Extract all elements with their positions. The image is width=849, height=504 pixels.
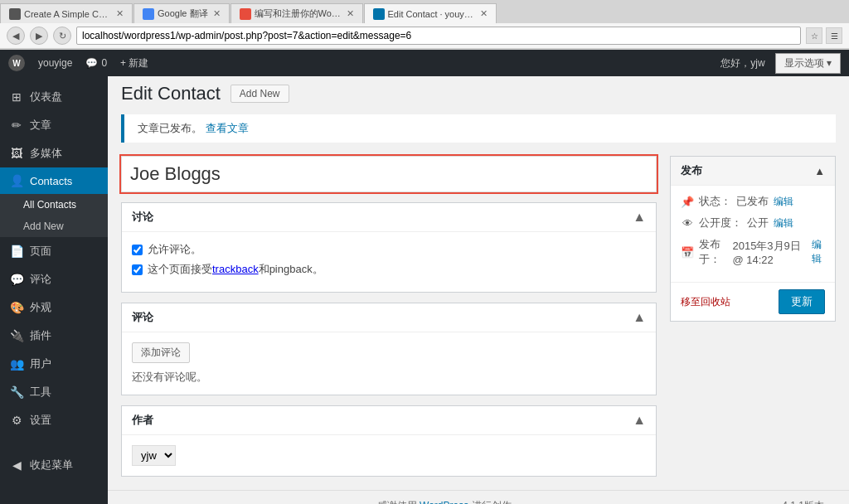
sidebar-item-comments[interactable]: 💬 评论	[0, 265, 108, 293]
tab-3[interactable]: 编写和注册你的WordPre... ✕	[230, 3, 363, 23]
sidebar-label-plugins: 插件	[30, 328, 51, 343]
sidebar-item-plugins[interactable]: 🔌 插件	[0, 322, 108, 350]
visibility-edit-link[interactable]: 编辑	[774, 216, 793, 230]
visibility-label: 公开度：	[699, 216, 742, 230]
tab-2[interactable]: Google 翻译 ✕	[133, 3, 230, 23]
comments-item[interactable]: 💬 0	[85, 57, 107, 69]
bookmark-icon[interactable]: ☆	[806, 27, 822, 44]
tab-favicon-3	[240, 8, 251, 20]
tab-title-3: 编写和注册你的WordPre...	[255, 7, 342, 20]
allow-trackbacks-label: 这个页面接受trackback和pingback。	[148, 262, 323, 277]
allow-comments-checkbox[interactable]	[132, 245, 143, 255]
trackback-link[interactable]: trackback	[212, 263, 259, 275]
wp-admin-bar: W youyige 💬 0 + 新建 您好，yjw 显示选项 ▾	[0, 50, 849, 76]
new-label: + 新建	[120, 56, 148, 70]
sidebar-item-posts[interactable]: ✏ 文章	[0, 111, 108, 139]
date-value: 2015年3月9日 @ 14:22	[732, 239, 807, 266]
status-icon: 📌	[681, 196, 694, 208]
tab-4[interactable]: Edit Contact · youyige — ✕	[364, 3, 497, 23]
tab-close-2[interactable]: ✕	[213, 8, 221, 19]
date-row: 📅 发布于： 2015年3月9日 @ 14:22 编辑	[681, 237, 825, 267]
move-trash-link[interactable]: 移至回收站	[681, 295, 730, 309]
collapse-icon: ◀	[10, 458, 23, 472]
post-title-input[interactable]	[121, 156, 657, 192]
comments-metabox-title: 评论	[132, 310, 153, 325]
author-metabox-body: yjw	[122, 435, 656, 476]
address-bar: ◀ ▶ ↻ ☆ ☰	[0, 23, 849, 49]
sidebar-item-pages[interactable]: 📄 页面	[0, 237, 108, 265]
tab-favicon-1	[9, 8, 21, 20]
wp-logo-item[interactable]: W	[8, 55, 25, 71]
allow-trackbacks-checkbox[interactable]	[132, 264, 143, 275]
display-options-button[interactable]: 显示选项 ▾	[775, 53, 841, 74]
dashboard-icon: ⊞	[10, 90, 23, 104]
publish-metabox-body: 📌 状态： 已发布 编辑 👁 公开度： 公开 编辑 📅	[671, 186, 835, 282]
allow-comments-row: 允许评论。	[132, 242, 646, 257]
admin-bar-right: 您好，yjw 显示选项 ▾	[720, 53, 841, 74]
sidebar-item-media[interactable]: 🖼 多媒体	[0, 139, 108, 167]
sidebar-item-collapse[interactable]: ◀ 收起菜单	[0, 451, 108, 479]
main-right-column: 发布 ▲ 📌 状态： 已发布 编辑 👁 公开度： 公开	[670, 156, 836, 477]
tab-close-4[interactable]: ✕	[480, 8, 488, 19]
date-label: 发布于：	[699, 237, 727, 267]
back-button[interactable]: ◀	[7, 27, 25, 45]
menu-icon[interactable]: ☰	[826, 27, 842, 44]
discussion-metabox-body: 允许评论。 这个页面接受trackback和pingback。	[122, 232, 656, 292]
author-metabox-header[interactable]: 作者 ▲	[122, 406, 656, 435]
sidebar-label-posts: 文章	[30, 118, 51, 133]
url-input[interactable]	[76, 27, 801, 45]
sidebar-label-dashboard: 仪表盘	[30, 90, 62, 104]
sidebar-sub-add-new[interactable]: Add New	[0, 216, 108, 237]
main-left-column: 讨论 ▲ 允许评论。 这个页面接受trackback和pingback。	[121, 156, 657, 477]
update-button[interactable]: 更新	[779, 289, 825, 314]
wp-wrapper: ⊞ 仪表盘 ✏ 文章 🖼 多媒体 👤 Contacts All Contacts…	[0, 76, 849, 504]
sidebar-label-media: 多媒体	[30, 146, 62, 161]
author-metabox: 作者 ▲ yjw	[121, 405, 657, 477]
view-post-link[interactable]: 查看文章	[206, 122, 249, 134]
discussion-toggle-icon[interactable]: ▲	[633, 210, 646, 225]
tab-close-3[interactable]: ✕	[347, 8, 354, 19]
author-select[interactable]: yjw	[132, 445, 176, 466]
main-columns: 讨论 ▲ 允许评论。 这个页面接受trackback和pingback。	[108, 149, 849, 483]
sidebar-item-dashboard[interactable]: ⊞ 仪表盘	[0, 83, 108, 111]
discussion-metabox-header[interactable]: 讨论 ▲	[122, 203, 656, 232]
sidebar-item-settings[interactable]: ⚙ 设置	[0, 406, 108, 434]
comments-metabox-header[interactable]: 评论 ▲	[122, 303, 656, 332]
tools-icon: 🔧	[10, 385, 23, 399]
add-new-button[interactable]: Add New	[230, 85, 289, 103]
sidebar-item-users[interactable]: 👥 用户	[0, 350, 108, 378]
comments-toggle-icon[interactable]: ▲	[633, 310, 646, 325]
new-item[interactable]: + 新建	[120, 56, 148, 70]
address-bar-icons: ☆ ☰	[806, 27, 842, 44]
forward-button[interactable]: ▶	[30, 27, 48, 45]
comments-icon: 💬	[85, 57, 98, 69]
sidebar-label-appearance: 外观	[30, 300, 51, 315]
sidebar-item-tools[interactable]: 🔧 工具	[0, 378, 108, 406]
status-row: 📌 状态： 已发布 编辑	[681, 194, 825, 209]
tab-close-1[interactable]: ✕	[116, 8, 124, 19]
appearance-icon: 🎨	[10, 301, 23, 314]
sidebar-sub-all-contacts[interactable]: All Contacts	[0, 194, 108, 216]
date-icon: 📅	[681, 246, 694, 259]
sidebar-item-appearance[interactable]: 🎨 外观	[0, 293, 108, 322]
date-edit-link[interactable]: 编辑	[812, 238, 825, 266]
add-comment-button[interactable]: 添加评论	[132, 342, 190, 363]
footer-wp-link[interactable]: WordPress	[420, 500, 468, 504]
sidebar-item-contacts[interactable]: 👤 Contacts	[0, 167, 108, 194]
site-name-item[interactable]: youyige	[38, 57, 72, 69]
publish-toggle-icon[interactable]: ▲	[814, 165, 825, 177]
notice-text: 文章已发布。	[138, 122, 202, 134]
sidebar-label-tools: 工具	[30, 385, 51, 400]
footer-text2: 进行创作。	[472, 500, 522, 504]
refresh-button[interactable]: ↻	[53, 27, 71, 45]
tab-1[interactable]: Create A Simple CRM in ... ✕	[0, 3, 133, 23]
author-toggle-icon[interactable]: ▲	[633, 413, 646, 428]
settings-icon: ⚙	[10, 414, 23, 427]
status-edit-link[interactable]: 编辑	[774, 195, 793, 209]
publish-metabox-header[interactable]: 发布 ▲	[671, 157, 835, 186]
content-header: Edit Contact Add New	[108, 76, 849, 108]
discussion-title: 讨论	[132, 210, 153, 225]
wp-logo: W	[8, 55, 25, 71]
comments-metabox: 评论 ▲ 添加评论 还没有评论呢。	[121, 303, 657, 395]
tab-favicon-4	[373, 8, 385, 20]
